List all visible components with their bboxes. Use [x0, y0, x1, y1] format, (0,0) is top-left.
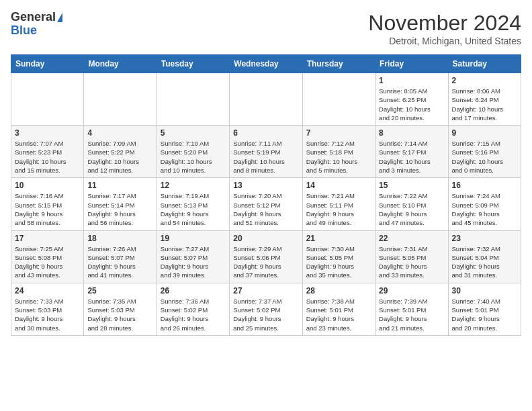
day-number: 7 [306, 128, 371, 138]
day-info: Sunrise: 7:37 AM Sunset: 5:02 PM Dayligh… [233, 297, 298, 332]
day-cell: 29Sunrise: 7:39 AM Sunset: 5:01 PM Dayli… [375, 283, 448, 335]
day-number: 20 [233, 234, 298, 243]
day-info: Sunrise: 7:20 AM Sunset: 5:12 PM Dayligh… [233, 191, 298, 227]
day-cell: 1Sunrise: 8:05 AM Sunset: 6:25 PM Daylig… [375, 73, 448, 126]
day-number: 16 [452, 181, 517, 190]
col-header-tuesday: Tuesday [157, 55, 229, 73]
week-row-5: 24Sunrise: 7:33 AM Sunset: 5:03 PM Dayli… [11, 283, 521, 335]
day-cell: 6Sunrise: 7:11 AM Sunset: 5:19 PM Daylig… [230, 126, 302, 178]
week-row-1: 1Sunrise: 8:05 AM Sunset: 6:25 PM Daylig… [11, 73, 521, 126]
day-info: Sunrise: 8:06 AM Sunset: 6:24 PM Dayligh… [452, 87, 517, 122]
day-cell: 9Sunrise: 7:15 AM Sunset: 5:16 PM Daylig… [448, 126, 521, 178]
day-number: 18 [87, 234, 152, 243]
day-number: 25 [87, 286, 152, 295]
day-number: 13 [233, 181, 298, 190]
day-number: 14 [306, 181, 371, 190]
logo: General Blue [11, 11, 62, 38]
day-number: 4 [87, 128, 152, 138]
day-cell: 15Sunrise: 7:22 AM Sunset: 5:10 PM Dayli… [375, 178, 448, 230]
day-info: Sunrise: 7:26 AM Sunset: 5:07 PM Dayligh… [87, 244, 152, 280]
day-info: Sunrise: 7:07 AM Sunset: 5:23 PM Dayligh… [15, 139, 80, 175]
day-cell: 3Sunrise: 7:07 AM Sunset: 5:23 PM Daylig… [11, 126, 84, 178]
day-info: Sunrise: 7:29 AM Sunset: 5:06 PM Dayligh… [233, 244, 298, 280]
col-header-thursday: Thursday [302, 55, 375, 73]
location-subtitle: Detroit, Michigan, United States [368, 36, 521, 46]
day-info: Sunrise: 7:16 AM Sunset: 5:15 PM Dayligh… [15, 191, 80, 227]
day-cell: 8Sunrise: 7:14 AM Sunset: 5:17 PM Daylig… [375, 126, 448, 178]
day-info: Sunrise: 7:35 AM Sunset: 5:03 PM Dayligh… [87, 297, 152, 332]
col-header-sunday: Sunday [11, 55, 84, 73]
day-info: Sunrise: 7:25 AM Sunset: 5:08 PM Dayligh… [15, 244, 80, 280]
day-info: Sunrise: 7:17 AM Sunset: 5:14 PM Dayligh… [87, 191, 152, 227]
day-cell [84, 73, 157, 126]
day-cell: 28Sunrise: 7:38 AM Sunset: 5:01 PM Dayli… [302, 283, 375, 335]
day-cell: 24Sunrise: 7:33 AM Sunset: 5:03 PM Dayli… [11, 283, 84, 335]
day-number: 8 [379, 128, 444, 138]
day-cell: 17Sunrise: 7:25 AM Sunset: 5:08 PM Dayli… [11, 230, 84, 283]
month-year-title: November 2024 [368, 11, 521, 36]
day-number: 12 [161, 181, 226, 190]
logo-blue-text: Blue [11, 24, 37, 38]
day-info: Sunrise: 7:12 AM Sunset: 5:18 PM Dayligh… [306, 139, 371, 175]
day-cell: 5Sunrise: 7:10 AM Sunset: 5:20 PM Daylig… [157, 126, 229, 178]
day-cell: 14Sunrise: 7:21 AM Sunset: 5:11 PM Dayli… [302, 178, 375, 230]
day-number: 24 [15, 286, 80, 295]
title-block: November 2024 Detroit, Michigan, United … [368, 11, 521, 46]
calendar-table: SundayMondayTuesdayWednesdayThursdayFrid… [11, 54, 521, 336]
day-number: 26 [161, 286, 226, 295]
day-info: Sunrise: 7:11 AM Sunset: 5:19 PM Dayligh… [233, 139, 298, 175]
day-cell: 4Sunrise: 7:09 AM Sunset: 5:22 PM Daylig… [84, 126, 157, 178]
day-cell: 22Sunrise: 7:31 AM Sunset: 5:05 PM Dayli… [375, 230, 448, 283]
day-cell: 23Sunrise: 7:32 AM Sunset: 5:04 PM Dayli… [448, 230, 521, 283]
day-number: 21 [306, 234, 371, 243]
day-cell [230, 73, 302, 126]
day-info: Sunrise: 7:21 AM Sunset: 5:11 PM Dayligh… [306, 191, 371, 227]
page-header: General Blue November 2024 Detroit, Mich… [11, 11, 521, 46]
day-info: Sunrise: 7:10 AM Sunset: 5:20 PM Dayligh… [161, 139, 226, 175]
day-cell: 12Sunrise: 7:19 AM Sunset: 5:13 PM Dayli… [157, 178, 229, 230]
day-info: Sunrise: 7:38 AM Sunset: 5:01 PM Dayligh… [306, 297, 371, 332]
day-number: 2 [452, 76, 517, 85]
day-info: Sunrise: 7:15 AM Sunset: 5:16 PM Dayligh… [452, 139, 517, 175]
day-info: Sunrise: 8:05 AM Sunset: 6:25 PM Dayligh… [379, 87, 444, 122]
day-info: Sunrise: 7:33 AM Sunset: 5:03 PM Dayligh… [15, 297, 80, 332]
day-info: Sunrise: 7:27 AM Sunset: 5:07 PM Dayligh… [161, 244, 226, 280]
day-cell: 13Sunrise: 7:20 AM Sunset: 5:12 PM Dayli… [230, 178, 302, 230]
day-cell: 2Sunrise: 8:06 AM Sunset: 6:24 PM Daylig… [448, 73, 521, 126]
day-number: 1 [379, 76, 444, 85]
day-cell [11, 73, 84, 126]
day-number: 3 [15, 128, 80, 138]
day-number: 22 [379, 234, 444, 243]
day-number: 15 [379, 181, 444, 190]
logo-general-text: General [11, 11, 56, 24]
day-cell: 30Sunrise: 7:40 AM Sunset: 5:01 PM Dayli… [448, 283, 521, 335]
day-number: 23 [452, 234, 517, 243]
day-info: Sunrise: 7:19 AM Sunset: 5:13 PM Dayligh… [161, 191, 226, 227]
day-info: Sunrise: 7:40 AM Sunset: 5:01 PM Dayligh… [452, 297, 517, 332]
day-number: 9 [452, 128, 517, 138]
week-row-2: 3Sunrise: 7:07 AM Sunset: 5:23 PM Daylig… [11, 126, 521, 178]
day-info: Sunrise: 7:14 AM Sunset: 5:17 PM Dayligh… [379, 139, 444, 175]
day-cell: 25Sunrise: 7:35 AM Sunset: 5:03 PM Dayli… [84, 283, 157, 335]
day-info: Sunrise: 7:22 AM Sunset: 5:10 PM Dayligh… [379, 191, 444, 227]
calendar-header-row: SundayMondayTuesdayWednesdayThursdayFrid… [11, 55, 521, 73]
day-cell: 19Sunrise: 7:27 AM Sunset: 5:07 PM Dayli… [157, 230, 229, 283]
day-info: Sunrise: 7:31 AM Sunset: 5:05 PM Dayligh… [379, 244, 444, 280]
day-cell: 18Sunrise: 7:26 AM Sunset: 5:07 PM Dayli… [84, 230, 157, 283]
day-info: Sunrise: 7:36 AM Sunset: 5:02 PM Dayligh… [161, 297, 226, 332]
day-cell: 26Sunrise: 7:36 AM Sunset: 5:02 PM Dayli… [157, 283, 229, 335]
day-cell [302, 73, 375, 126]
day-number: 6 [233, 128, 298, 138]
day-number: 11 [87, 181, 152, 190]
day-info: Sunrise: 7:32 AM Sunset: 5:04 PM Dayligh… [452, 244, 517, 280]
day-info: Sunrise: 7:24 AM Sunset: 5:09 PM Dayligh… [452, 191, 517, 227]
col-header-monday: Monday [84, 55, 157, 73]
day-cell: 16Sunrise: 7:24 AM Sunset: 5:09 PM Dayli… [448, 178, 521, 230]
day-cell: 10Sunrise: 7:16 AM Sunset: 5:15 PM Dayli… [11, 178, 84, 230]
week-row-3: 10Sunrise: 7:16 AM Sunset: 5:15 PM Dayli… [11, 178, 521, 230]
day-cell: 27Sunrise: 7:37 AM Sunset: 5:02 PM Dayli… [230, 283, 302, 335]
day-cell: 7Sunrise: 7:12 AM Sunset: 5:18 PM Daylig… [302, 126, 375, 178]
day-number: 19 [161, 234, 226, 243]
day-info: Sunrise: 7:39 AM Sunset: 5:01 PM Dayligh… [379, 297, 444, 332]
day-number: 29 [379, 286, 444, 295]
